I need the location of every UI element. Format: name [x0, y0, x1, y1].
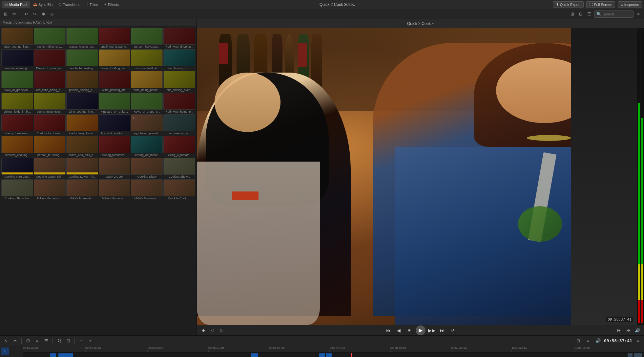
- media-item-26[interactable]: Chef_picks_tomat...: [34, 114, 66, 135]
- media-item-46[interactable]: Millie's Moments ...: [99, 179, 131, 200]
- media-item-17[interactable]: wine_being_poure...: [131, 71, 163, 92]
- tl-link-btn[interactable]: ⛓: [55, 337, 63, 345]
- media-item-6[interactable]: Red_wine_dripping...: [163, 28, 195, 49]
- viewer-audio-btn[interactable]: ⏭: [615, 326, 623, 334]
- media-item-10[interactable]: Wine_trickling_fro...: [99, 49, 131, 70]
- tl-audio-meter[interactable]: ≡: [584, 337, 592, 345]
- tl-tool-pointer[interactable]: ↖: [1, 347, 9, 355]
- tl-view-stacked[interactable]: ⊞: [24, 337, 32, 345]
- tab-titles[interactable]: T Titles: [84, 1, 101, 8]
- toolbar-btn-2[interactable]: ✂: [10, 11, 18, 18]
- transport-play[interactable]: ▶: [416, 325, 426, 335]
- inspector-button[interactable]: ≡ Inspector: [618, 1, 642, 8]
- media-item-15[interactable]: person_holding_a...: [66, 71, 98, 92]
- tl-view-list[interactable]: ≡: [33, 337, 41, 345]
- transport-skip-end[interactable]: ⏭: [438, 326, 447, 335]
- transport-next-frame[interactable]: ▶▶: [427, 326, 436, 335]
- toolbar-filter-btn[interactable]: ≡: [635, 11, 642, 18]
- tl-zoom-out[interactable]: −: [77, 337, 85, 345]
- media-item-43[interactable]: Cooking Show_bvc: [1, 179, 33, 200]
- viewer-settings-btn[interactable]: ⏮: [624, 326, 632, 334]
- media-item-13[interactable]: rows_of_grapevin...: [1, 71, 33, 92]
- transport-skip-start[interactable]: ⏮: [384, 326, 393, 335]
- tab-sync-bin[interactable]: 📥 Sync Bin: [31, 1, 55, 8]
- media-item-19[interactable]: yellow_fields_in_bl...: [1, 93, 33, 114]
- media-item-38[interactable]: Cooking Lower Thi...: [34, 158, 66, 179]
- media-item-18[interactable]: sun_shining_over...: [163, 71, 195, 92]
- media-label-6: Red_wine_dripping...: [163, 45, 195, 49]
- toolbar-right-btn-3[interactable]: ☰: [586, 11, 593, 18]
- media-item-27[interactable]: fried_cherry_toma...: [66, 114, 98, 135]
- tab-effects[interactable]: ✦ Effects: [101, 1, 121, 8]
- toolbar-btn-5[interactable]: ⊕: [40, 11, 47, 18]
- media-item-42[interactable]: Cooking Show...: [163, 158, 195, 179]
- viewer-btn-marker[interactable]: ◆: [199, 326, 207, 334]
- media-item-8[interactable]: Drops_of_wine_sp...: [34, 49, 66, 70]
- tl-clip-appearance[interactable]: ⊟: [574, 337, 582, 345]
- media-item-2[interactable]: tractor_riding_ove...: [34, 28, 66, 49]
- toolbar-right-btn-2[interactable]: ⊟: [577, 11, 584, 18]
- media-item-30[interactable]: man_wearing_an...: [163, 114, 195, 135]
- media-item-47[interactable]: Millie's Moments ...: [131, 179, 163, 200]
- quick-export-button[interactable]: ⬆ Quick Export: [553, 1, 584, 8]
- media-thumb-30: [163, 114, 195, 131]
- tl-tool-select[interactable]: ↖: [2, 337, 10, 345]
- media-item-45[interactable]: Millie's Moments ...: [66, 179, 98, 200]
- media-item-37[interactable]: Cooking Intro Log...: [1, 158, 33, 179]
- media-item-31[interactable]: skewers_cooking...: [1, 136, 33, 157]
- media-item-29[interactable]: ♪egg_being_placed...: [131, 114, 163, 135]
- toolbar-right-btn-1[interactable]: ⊞: [569, 11, 576, 18]
- viewer-btn-out[interactable]: ▷: [218, 326, 226, 334]
- media-item-23[interactable]: Rows_of_grape_tr...: [131, 93, 163, 114]
- media-item-28[interactable]: fire_and_smoke_c...: [99, 114, 131, 135]
- media-item-34[interactable]: Slicing_tomatoes...: [99, 136, 131, 157]
- media-item-16[interactable]: Wine_pouring_int...: [99, 71, 131, 92]
- toolbar-btn-3[interactable]: ↩: [23, 11, 30, 18]
- tl-view-options[interactable]: ☰: [42, 337, 50, 345]
- media-item-25[interactable]: cherry_tomatoes...: [1, 114, 33, 135]
- media-item-11[interactable]: crops_in_field_at...: [131, 49, 163, 70]
- transport-stop[interactable]: ■: [405, 326, 414, 335]
- transport-loop[interactable]: ↺: [448, 326, 457, 335]
- toolbar-btn-6[interactable]: ⊖: [48, 11, 55, 18]
- media-item-20[interactable]: sun_shining_over...: [34, 93, 66, 114]
- tl-menu-btn[interactable]: ≡: [634, 337, 642, 345]
- media-item-40[interactable]: Quick 2 Cook: [99, 158, 131, 179]
- media-item-1[interactable]: man_pouring_liqu...: [1, 28, 33, 49]
- search-input[interactable]: [603, 12, 632, 16]
- media-item-48[interactable]: Quick to Cook_...: [163, 179, 195, 200]
- toolbar-btn-4[interactable]: ↪: [31, 11, 38, 18]
- media-thumb-31: [1, 136, 33, 153]
- media-item-44[interactable]: Millie's Moments ...: [34, 179, 66, 200]
- toolbar-btn-1[interactable]: ⊞: [2, 11, 9, 18]
- media-item-14[interactable]: red_wine_being_p...: [34, 71, 66, 92]
- tl-snap-btn[interactable]: ⊡: [64, 337, 72, 345]
- viewer-vol-btn[interactable]: 🔊: [634, 326, 641, 334]
- timeline-overview[interactable]: [23, 353, 644, 357]
- full-screen-button[interactable]: ⛶ Full Screen: [586, 1, 615, 8]
- tl-tool-blade[interactable]: ✂: [11, 337, 19, 345]
- media-item-35[interactable]: Rinsing_off_tomat...: [131, 136, 163, 157]
- media-item-5[interactable]: person_harvestin...: [131, 28, 163, 49]
- timeline-toolbar: ↖ ✂ ⊞ ≡ ☰ ⛓ ⊡ − + ⊟ ≡ 🔊 09:58:37:41 ≡: [0, 336, 644, 346]
- media-item-4[interactable]: small_red_grape_c...: [99, 28, 131, 49]
- tab-transitions[interactable]: ⬡ Transitions: [56, 1, 83, 8]
- media-item-33[interactable]: coffee_and_milk_b...: [66, 136, 98, 157]
- viewer-btn-in[interactable]: ◁: [209, 326, 217, 334]
- transport-prev-frame[interactable]: ◀: [395, 326, 403, 335]
- tl-speaker[interactable]: 🔊: [594, 337, 602, 345]
- media-item-24[interactable]: Red_wine_being_p...: [163, 93, 195, 114]
- tab-media-pool[interactable]: 🎞 Media Pool: [2, 1, 30, 8]
- media-item-39[interactable]: Cooking Lower Thi...: [66, 158, 98, 179]
- media-item-3[interactable]: grapes_cluster_on...: [66, 28, 98, 49]
- media-item-21[interactable]: wine_pouring_into...: [66, 93, 98, 114]
- media-item-9[interactable]: people_harvesting...: [66, 49, 98, 70]
- media-item-41[interactable]: Cooking Show: [131, 158, 163, 179]
- media-item-22[interactable]: vineyard_on_a_far...: [99, 93, 131, 114]
- tl-zoom-in[interactable]: +: [86, 337, 94, 345]
- media-item-32[interactable]: person_brushing...: [34, 136, 66, 157]
- search-container[interactable]: 🔍: [594, 11, 634, 18]
- media-item-12[interactable]: river_flowing_in_t...: [163, 49, 195, 70]
- media-item-7[interactable]: woman_opening...: [1, 49, 33, 70]
- media-item-36[interactable]: Slicing_a_tomato...: [163, 136, 195, 157]
